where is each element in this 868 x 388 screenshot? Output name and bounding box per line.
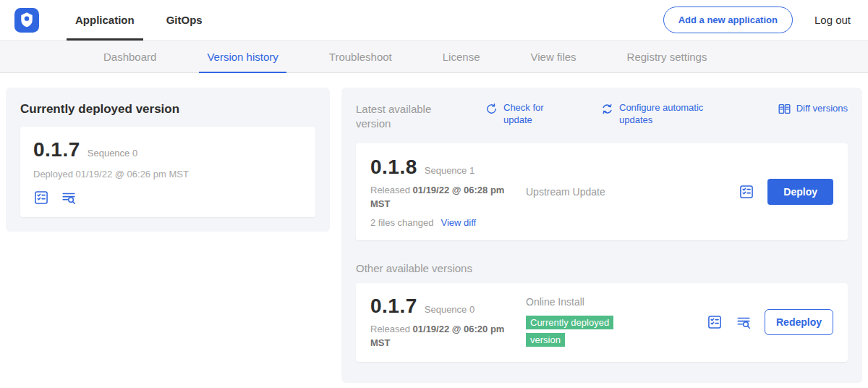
logout-link[interactable]: Log out — [814, 14, 851, 26]
redeploy-button[interactable]: Redeploy — [765, 309, 833, 335]
deployed-version-card: 0.1.7 Sequence 0 Deployed 01/19/22 @ 06:… — [20, 127, 315, 217]
deployed-panel-title: Currently deployed version — [20, 102, 315, 117]
subnav-item-license[interactable]: License — [443, 41, 480, 72]
configure-automatic-updates-button[interactable]: Configure automatic updates — [600, 102, 715, 127]
other-released-timestamp: Released 01/19/22 @ 06:20 pm MST — [370, 322, 508, 350]
other-release-card: 0.1.7 Sequence 0 Released 01/19/22 @ 06:… — [356, 283, 848, 362]
latest-version-number: 0.1.8 — [370, 156, 417, 179]
top-navbar: Application GitOps Add a new application… — [0, 0, 868, 41]
other-sequence-label: Sequence 0 — [425, 304, 475, 315]
other-versions-title: Other available versions — [356, 262, 848, 274]
tab-gitops[interactable]: GitOps — [150, 0, 218, 41]
view-deploy-logs-icon[interactable] — [736, 314, 752, 330]
tab-application[interactable]: Application — [59, 0, 150, 41]
diff-versions-button[interactable]: Diff versions — [778, 102, 848, 116]
other-release-source: Online Install — [526, 296, 707, 308]
deployed-timestamp: Deployed 01/19/22 @ 06:26 pm MST — [33, 169, 302, 180]
subnav-item-view-files[interactable]: View files — [530, 41, 576, 72]
app-logo-icon[interactable] — [14, 8, 39, 33]
available-versions-panel: Latest available version Check for updat… — [341, 88, 862, 383]
view-deploy-logs-icon[interactable] — [61, 190, 77, 206]
app-subnav: Dashboard Version history Troubleshoot L… — [0, 41, 868, 73]
auto-update-icon — [600, 102, 614, 116]
subnav-item-registry-settings[interactable]: Registry settings — [627, 41, 707, 72]
diff-versions-icon — [778, 102, 791, 116]
subnav-item-dashboard[interactable]: Dashboard — [103, 41, 156, 72]
release-notes-icon[interactable] — [33, 190, 49, 206]
released-prefix: Released — [370, 185, 410, 195]
currently-deployed-panel: Currently deployed version 0.1.7 Sequenc… — [6, 88, 330, 232]
currently-deployed-badge: Currently deployed version — [526, 316, 613, 347]
configure-automatic-updates-label: Configure automatic updates — [619, 102, 715, 127]
release-notes-icon[interactable] — [707, 314, 723, 330]
diff-versions-label: Diff versions — [796, 103, 848, 115]
deployed-sequence-label: Sequence 0 — [88, 148, 137, 159]
other-version-number: 0.1.7 — [370, 295, 417, 318]
latest-available-title: Latest available version — [356, 102, 466, 132]
view-diff-link[interactable]: View diff — [441, 217, 476, 228]
add-application-button[interactable]: Add a new application — [663, 7, 793, 33]
subnav-item-troubleshoot[interactable]: Troubleshoot — [329, 41, 392, 72]
latest-release-card: 0.1.8 Sequence 1 Released 01/19/22 @ 06:… — [356, 143, 848, 240]
check-for-update-label: Check for update — [503, 102, 554, 127]
released-prefix: Released — [370, 324, 410, 334]
latest-release-source: Upstream Update — [526, 186, 739, 198]
version-history-page: Currently deployed version 0.1.7 Sequenc… — [0, 73, 868, 388]
deployed-version-number: 0.1.7 — [33, 138, 80, 161]
files-changed-label: 2 files changed — [370, 217, 433, 228]
latest-sequence-label: Sequence 1 — [425, 165, 475, 176]
refresh-icon — [485, 102, 498, 116]
subnav-item-version-history[interactable]: Version history — [207, 41, 278, 72]
deploy-button[interactable]: Deploy — [767, 179, 833, 205]
release-notes-icon[interactable] — [739, 184, 754, 200]
check-for-update-button[interactable]: Check for update — [485, 102, 554, 127]
latest-released-timestamp: Released 01/19/22 @ 06:28 pm MST — [370, 183, 508, 211]
